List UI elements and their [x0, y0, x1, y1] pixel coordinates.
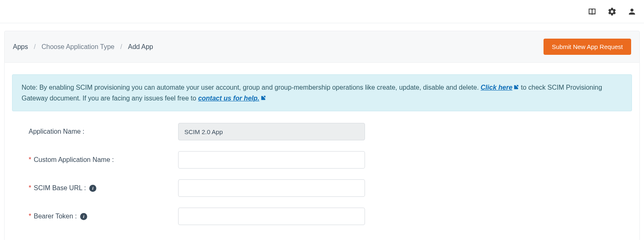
- page-header: Apps / Choose Application Type / Add App…: [4, 31, 640, 63]
- custom-app-name-label: *Custom Application Name :: [29, 156, 178, 164]
- custom-app-name-input[interactable]: [178, 151, 365, 169]
- breadcrumb-choose-type[interactable]: Choose Application Type: [42, 43, 115, 51]
- bearer-token-label: * Bearer Token : i: [29, 213, 178, 220]
- application-name-input: [178, 123, 365, 140]
- scim-base-url-input[interactable]: [178, 179, 365, 197]
- book-icon[interactable]: [588, 7, 597, 16]
- external-link-icon: [513, 84, 519, 90]
- scim-base-url-label: * SCIM Base URL : i: [29, 184, 178, 192]
- user-icon[interactable]: [627, 7, 637, 16]
- info-icon[interactable]: i: [80, 213, 87, 220]
- bearer-token-input[interactable]: [178, 208, 365, 225]
- contact-us-link[interactable]: contact us for help.: [198, 95, 266, 102]
- required-marker: *: [29, 184, 31, 192]
- external-link-icon: [260, 95, 266, 101]
- breadcrumb: Apps / Choose Application Type / Add App: [13, 43, 153, 51]
- gear-icon[interactable]: [607, 7, 617, 16]
- click-here-link[interactable]: Click here: [481, 84, 519, 91]
- submit-new-app-button[interactable]: Submit New App Request: [544, 39, 631, 55]
- required-marker: *: [29, 156, 31, 164]
- note-text-1: Note: By enabling SCIM provisioning you …: [22, 84, 481, 91]
- breadcrumb-apps[interactable]: Apps: [13, 43, 28, 51]
- application-name-label: Application Name :: [29, 128, 178, 135]
- info-note: Note: By enabling SCIM provisioning you …: [12, 74, 632, 111]
- breadcrumb-sep: /: [34, 43, 35, 51]
- required-marker: *: [29, 213, 31, 220]
- breadcrumb-current: Add App: [128, 43, 153, 51]
- info-icon[interactable]: i: [89, 185, 96, 192]
- breadcrumb-sep: /: [120, 43, 122, 51]
